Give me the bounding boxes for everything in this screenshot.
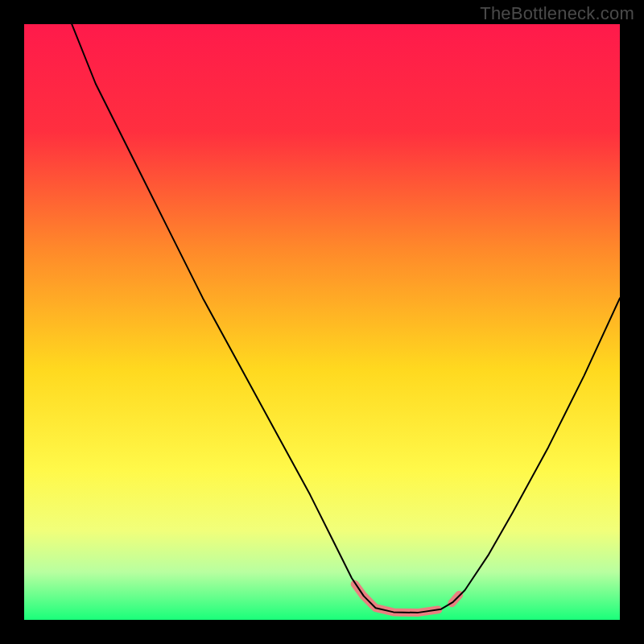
gradient-background [24,24,620,620]
chart-plot-area [24,24,620,620]
chart-svg [24,24,620,620]
chart-frame: TheBottleneck.com [0,0,644,644]
watermark-text: TheBottleneck.com [480,3,634,24]
